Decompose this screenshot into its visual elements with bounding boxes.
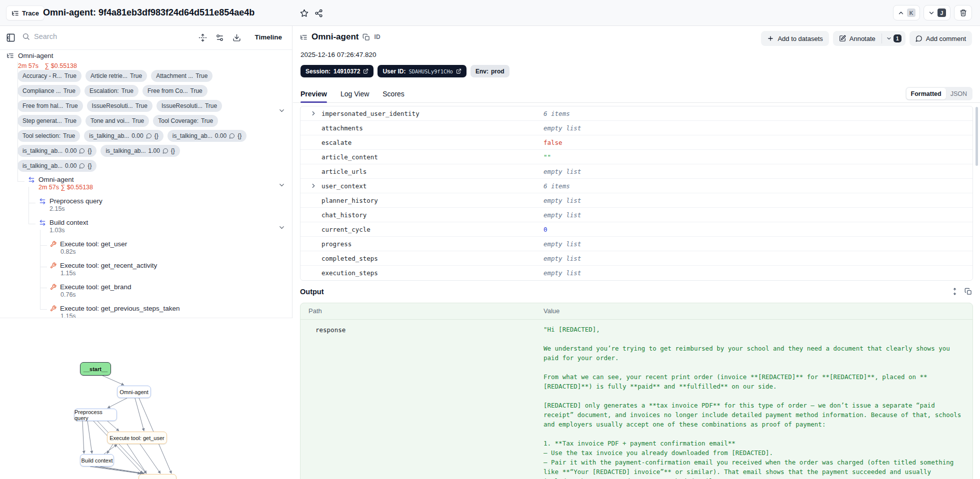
graph-node-omni-agent[interactable]: Omni-agent: [117, 386, 151, 398]
score-badge-row: Accuracy - R...TrueArticle retrie...True…: [18, 70, 272, 82]
graph-edge: [90, 467, 140, 474]
star-icon[interactable]: [300, 9, 308, 17]
score-badge[interactable]: Accuracy - R...True: [18, 70, 82, 82]
settings-sliders-icon[interactable]: [216, 33, 224, 42]
score-badge[interactable]: IssueResoluti...True: [156, 100, 222, 112]
add-comment-label: Add comment: [926, 35, 966, 42]
timeline-toggle[interactable]: Timeline: [254, 33, 282, 41]
tree-node-preprocess-query[interactable]: Preprocess query2.15s: [0, 197, 292, 219]
score-badge-row: is_talking_ab...0.00{}is_talking_ab...1.…: [18, 145, 272, 157]
score-badge[interactable]: Article retrie...True: [86, 70, 147, 82]
expand-output-icon[interactable]: [951, 288, 958, 295]
input-row-completed_steps[interactable]: completed_stepsempty list: [300, 251, 972, 266]
score-badge[interactable]: is_talking_ab...0.00{}: [18, 145, 96, 157]
copy-output-icon[interactable]: [964, 288, 972, 295]
score-badge[interactable]: Escalation:True: [84, 85, 138, 97]
score-badge[interactable]: Compliance ...True: [18, 85, 80, 97]
input-row-current_cycle[interactable]: current_cycle0: [300, 222, 972, 237]
score-badge[interactable]: is_talking_ab...0.00{}: [18, 160, 96, 172]
id-label[interactable]: ID: [374, 33, 380, 40]
input-row-impersonated_user_identity[interactable]: impersonated_user_identity6 items: [300, 106, 972, 121]
user-id-value: SDAHUSLy9f1CHo: [408, 68, 453, 74]
chevron-down-icon[interactable]: [278, 107, 286, 114]
input-row-article_content[interactable]: article_content"": [300, 150, 972, 164]
tree-root-omni-agent[interactable]: Omni-agent: [6, 52, 54, 59]
collapse-panel-icon[interactable]: [6, 33, 16, 42]
tree-node-omni-agent[interactable]: Omni-agent2m 57s ∑ $0.55138: [0, 176, 292, 197]
tree-node-build-context[interactable]: Build context1.03s: [0, 219, 292, 240]
input-value: false: [544, 139, 562, 146]
score-badge[interactable]: Tool selection:True: [18, 130, 80, 142]
score-badge-value: True: [205, 102, 217, 109]
search-icon: [22, 32, 30, 40]
input-value: "": [544, 153, 551, 161]
annotate-button[interactable]: Annotate: [833, 31, 882, 46]
input-row-escalate[interactable]: escalatefalse: [300, 135, 972, 150]
tree-node-execute-tool-get-user[interactable]: Execute tool: get_user0.82s: [0, 240, 292, 262]
add-to-datasets-button[interactable]: Add to datasets: [761, 31, 828, 46]
graph-node-execute-tool-get-user[interactable]: Execute tool: get_user: [107, 432, 167, 444]
user-id-label: User ID:: [382, 68, 406, 75]
scrollbar-thumb[interactable]: [976, 107, 978, 166]
session-badge[interactable]: Session: 14910372: [300, 65, 374, 77]
tab-preview[interactable]: Preview: [300, 90, 327, 102]
score-badge-value: 0.00: [132, 132, 143, 139]
list-tree-icon: [6, 52, 14, 59]
input-row-attachments[interactable]: attachmentsempty list: [300, 121, 972, 135]
score-badge[interactable]: is_talking_ab...0.00{}: [168, 130, 246, 142]
input-row-planner_history[interactable]: planner_historyempty list: [300, 193, 972, 208]
graph-node-build-context[interactable]: Build context: [80, 454, 114, 467]
input-row-article_urls[interactable]: article_urlsempty list: [300, 164, 972, 179]
chevron-down-icon[interactable]: [278, 181, 286, 189]
score-badge[interactable]: is_talking_ab...0.00{}: [84, 130, 163, 142]
tree-node-execute-tool-get-brand[interactable]: Execute tool: get_brand0.76s: [0, 283, 292, 305]
format-formatted[interactable]: Formatted: [906, 88, 946, 99]
unfold-all-icon[interactable]: [198, 33, 207, 42]
score-badge[interactable]: Attachment ...True: [151, 70, 212, 82]
score-badge[interactable]: is_talking_ab...1.00{}: [100, 145, 180, 157]
score-badge[interactable]: Tone and voi...True: [86, 115, 149, 127]
share-icon[interactable]: [314, 9, 323, 17]
input-key: attachments: [322, 124, 363, 132]
score-badge-value: True: [64, 87, 76, 94]
score-badge[interactable]: Tool Coverage:True: [153, 115, 218, 127]
input-row-user_context[interactable]: user_context6 items: [300, 179, 972, 193]
chevron-down-icon[interactable]: [278, 224, 286, 231]
score-badge[interactable]: Free from Co...True: [142, 85, 208, 97]
input-row-execution_steps[interactable]: execution_stepsempty list: [300, 266, 972, 280]
expand-chevron-icon[interactable]: [310, 110, 317, 117]
input-row-progress[interactable]: progressempty list: [300, 237, 972, 251]
search-input[interactable]: [34, 32, 164, 40]
input-value: 0: [544, 226, 548, 233]
tree-node-row: Execute tool: get_brand: [50, 283, 292, 291]
graph-node--start-[interactable]: __start__: [80, 362, 111, 376]
tree-node-duration: 0.82s: [60, 248, 292, 255]
tab-scores[interactable]: Scores: [382, 90, 404, 102]
input-row-chat_history[interactable]: chat_historyempty list: [300, 208, 972, 222]
add-comment-button[interactable]: Add comment: [910, 31, 972, 46]
expand-chevron-icon[interactable]: [310, 182, 317, 189]
score-badge[interactable]: Free from hal...True: [18, 100, 83, 112]
prev-trace-button[interactable]: K: [893, 5, 920, 20]
output-value: "Hi [REDACTED], We understand you’re try…: [544, 325, 964, 479]
format-json[interactable]: JSON: [946, 88, 972, 99]
tree-node-execute-tool-get-recent-activity[interactable]: Execute tool: get_recent_activity1.15s: [0, 262, 292, 283]
tree-node-execute-tool-get-previous-steps-taken[interactable]: Execute tool: get_previous_steps_taken1.…: [0, 305, 292, 318]
score-badge-name: Free from hal...: [22, 102, 63, 109]
next-trace-button[interactable]: J: [924, 5, 950, 20]
tree-node-duration: 0.76s: [60, 291, 292, 298]
user-id-badge[interactable]: User ID: SDAHUSLy9f1CHo: [378, 65, 466, 77]
score-badge[interactable]: IssueResoluti...True: [87, 100, 152, 112]
copy-id-icon[interactable]: [362, 33, 370, 41]
tab-log-view[interactable]: Log View: [340, 90, 369, 102]
score-badge[interactable]: Step generat...True: [18, 115, 82, 127]
list-tree-icon: [300, 33, 308, 41]
annotate-more-button[interactable]: 1: [882, 31, 906, 46]
graph-edge: [88, 421, 92, 454]
wrench-tool-icon: [50, 305, 56, 312]
graph-node-clipped[interactable]: [138, 474, 176, 479]
graph-node-preprocess-query[interactable]: Preprocess query: [74, 409, 117, 421]
score-badge-row: Free from hal...TrueIssueResoluti...True…: [18, 100, 272, 112]
delete-trace-button[interactable]: [954, 5, 972, 20]
download-icon[interactable]: [232, 33, 241, 42]
